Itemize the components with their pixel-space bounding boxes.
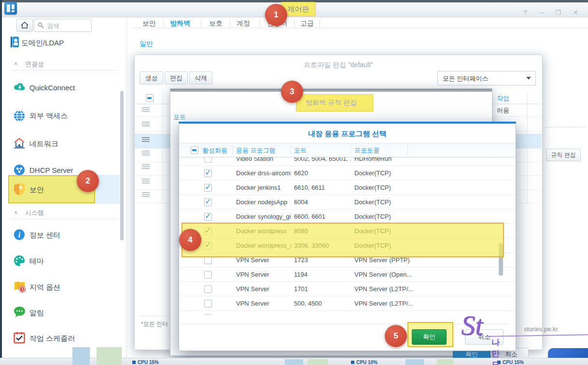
tab-advanced[interactable]: 고급 xyxy=(300,19,314,28)
app-ports: 5002, 5004, 65001, ... xyxy=(294,157,351,162)
drag-handle[interactable] xyxy=(142,179,150,180)
tab-account[interactable]: 계정 xyxy=(237,19,250,28)
app-protocol: VPN Server (PPTP) xyxy=(354,256,441,264)
table-header: 활성화됨 응용 프로그램 포트 프로토콜 xyxy=(179,143,516,157)
step-badge-1: 1 xyxy=(265,4,287,26)
sidebar-section-connectivity[interactable]: 연결성 xyxy=(25,60,44,69)
row-checkbox[interactable] xyxy=(204,256,212,264)
app-protocol: HDHomeRun xyxy=(354,157,441,162)
drag-handle[interactable] xyxy=(142,137,150,138)
tab-protection[interactable]: 보호 xyxy=(209,19,223,28)
sidebar-item-domain-ldap[interactable]: 도메인/LDAP xyxy=(21,39,64,48)
home-button[interactable] xyxy=(16,19,33,32)
desktop-cpu-widget: CPU 15% xyxy=(497,360,524,365)
desktop-widget-bar xyxy=(97,347,122,365)
drag-handle[interactable] xyxy=(142,151,150,152)
column-enabled[interactable]: 활성화됨 xyxy=(202,146,227,155)
sidebar-item-quickconnect[interactable]: QuickConnect xyxy=(29,84,75,92)
row-checkbox[interactable] xyxy=(204,314,212,315)
table-row[interactable]: Docker nodejsApp 6004 Docker(TCP) xyxy=(179,195,516,210)
divider xyxy=(232,145,233,155)
sidebar-item-notification[interactable]: 알림 xyxy=(29,309,44,318)
drag-handle[interactable] xyxy=(142,192,150,193)
close-button[interactable]: ✕ xyxy=(570,9,581,16)
sidebar-item-theme[interactable]: 테마 xyxy=(29,257,44,266)
step-badge-2: 2 xyxy=(77,170,99,192)
sidebar-item-info-center[interactable]: 정보 센터 xyxy=(29,231,60,240)
select-all-checkbox[interactable] xyxy=(146,94,154,102)
table-row[interactable]: Docker synology_gitlab 6600, 6601 Docker… xyxy=(179,210,516,224)
quickconnect-cloud-icon xyxy=(14,82,26,95)
row-checkbox[interactable] xyxy=(204,271,212,279)
step-highlight-rows xyxy=(182,223,504,257)
minimize-button[interactable]: ─ xyxy=(536,9,547,16)
select-all-checkbox[interactable] xyxy=(191,146,198,154)
divider xyxy=(11,70,118,70)
sidebar-item-dhcp-server[interactable]: DHCP Server xyxy=(29,166,73,174)
drag-handle[interactable] xyxy=(142,164,150,165)
sidebar-section-system[interactable]: 시스템 xyxy=(25,209,44,217)
watermark-tagline: 나만모르는 이야기 xyxy=(491,337,500,365)
delete-button[interactable]: 삭제 xyxy=(189,71,212,84)
rule-edit-button[interactable]: 규칙 편집 xyxy=(546,149,581,161)
ok-button[interactable]: 확인 xyxy=(412,329,447,345)
create-button[interactable]: 생성 xyxy=(140,71,163,84)
row-checkbox[interactable] xyxy=(204,184,212,192)
globe-icon xyxy=(14,110,25,124)
row-checkbox[interactable] xyxy=(204,285,212,293)
drag-handle[interactable] xyxy=(142,122,150,123)
table-row[interactable]: VPN Server 1194 VPN Server (Open... xyxy=(179,267,516,282)
sidebar-item-external-access[interactable]: 외부 액세스 xyxy=(29,112,68,121)
edit-button[interactable]: 편집 xyxy=(165,71,188,84)
row-checkbox[interactable] xyxy=(204,198,212,206)
table-row[interactable]: Video Station 5002, 5004, 65001, ... HDH… xyxy=(179,157,516,166)
sidebar-item-network[interactable]: 네트워크 xyxy=(29,140,58,149)
svg-text:i: i xyxy=(18,231,21,239)
app-protocol: VPN Server (Open... xyxy=(354,271,441,278)
search-input[interactable]: 검색 xyxy=(34,19,92,32)
table-body: Video Station 5002, 5004, 65001, ... HDH… xyxy=(179,157,516,315)
row-checkbox[interactable] xyxy=(204,300,212,308)
table-row[interactable]: Docker drss-aircomix... 6620 Docker(TCP) xyxy=(179,166,516,181)
drag-handle[interactable] xyxy=(142,107,150,108)
app-name: Video Station xyxy=(236,157,291,162)
theme-palette-icon xyxy=(14,255,25,268)
row-checkbox[interactable] xyxy=(204,213,212,221)
table-row[interactable]: VPN Server 1701 VPN Server (L2TP/... xyxy=(179,282,516,296)
app-name: VPN Server xyxy=(236,256,291,264)
sidebar-item-task-scheduler[interactable]: 작업 스케줄러 xyxy=(29,334,75,343)
divider xyxy=(163,19,164,27)
app-name: Docker drss-aircomix... xyxy=(236,169,291,177)
app-ports: 6600, 6601 xyxy=(294,213,351,220)
divider xyxy=(11,219,118,219)
app-ports: 6004 xyxy=(294,198,351,206)
app-protocol: VPN Server (L2TP/... xyxy=(354,300,441,307)
desktop-cpu-widget: CPU 15% xyxy=(132,360,159,365)
column-ports[interactable]: 포트 xyxy=(294,146,307,155)
divider xyxy=(407,145,408,155)
desktop-cpu-widget: CPU 10% xyxy=(351,360,378,365)
maximize-button[interactable]: ❐ xyxy=(552,9,564,16)
tab-security[interactable]: 보안 xyxy=(142,19,156,28)
desktop-widget-bar xyxy=(406,359,424,365)
row-checkbox[interactable] xyxy=(204,169,212,177)
column-application[interactable]: 응용 프로그램 xyxy=(236,146,276,155)
app-ports: 1194 xyxy=(294,271,351,278)
sidebar-scrollbar[interactable] xyxy=(120,91,124,240)
row-checkbox[interactable] xyxy=(204,157,212,163)
table-row[interactable]: Docker jenkins1 6610, 6611 Docker(TCP) xyxy=(179,181,516,195)
notification-bubble-icon xyxy=(14,306,26,320)
desktop-widget-bar xyxy=(308,359,328,365)
column-action[interactable]: 작업 xyxy=(497,94,509,103)
home-icon xyxy=(21,22,28,28)
app-protocol: VPN Server (L2TP/... xyxy=(354,285,441,293)
sidebar-item-security[interactable]: 보안 xyxy=(29,185,44,195)
app-protocol: Docker(TCP) xyxy=(354,169,441,177)
divider xyxy=(259,19,260,27)
interface-dropdown[interactable]: 모든 인터페이스 xyxy=(437,71,536,85)
column-protocol[interactable]: 프로토콜 xyxy=(354,146,379,155)
help-button[interactable]: ? xyxy=(519,9,531,16)
chevron-up-icon[interactable]: ∧ xyxy=(14,210,17,215)
sidebar-item-regional-options[interactable]: 지역 옵션 xyxy=(29,283,60,292)
chevron-up-icon[interactable]: ∧ xyxy=(14,61,17,66)
